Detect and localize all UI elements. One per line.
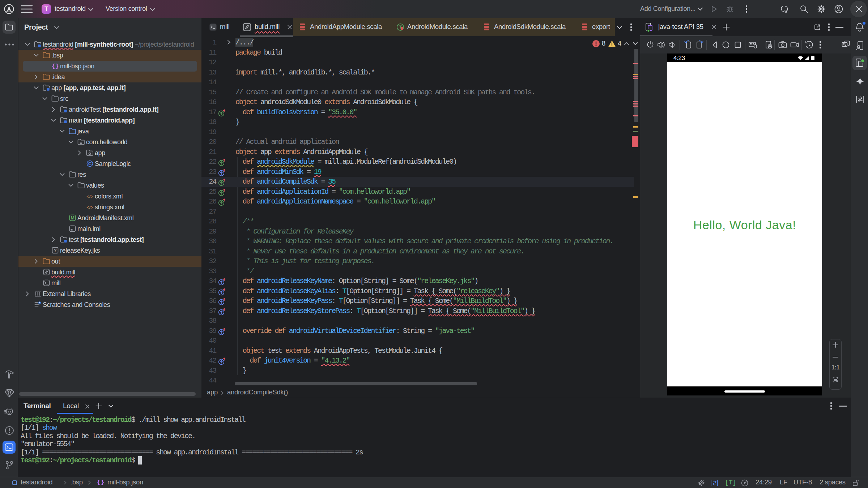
svg-text:M: M: [71, 215, 74, 221]
svg-text:?: ?: [54, 248, 57, 253]
svg-text:</>: </>: [86, 194, 93, 199]
svg-text:</>: </>: [86, 205, 93, 210]
svg-text:C: C: [88, 161, 92, 166]
svg-text:{}: {}: [52, 63, 59, 70]
